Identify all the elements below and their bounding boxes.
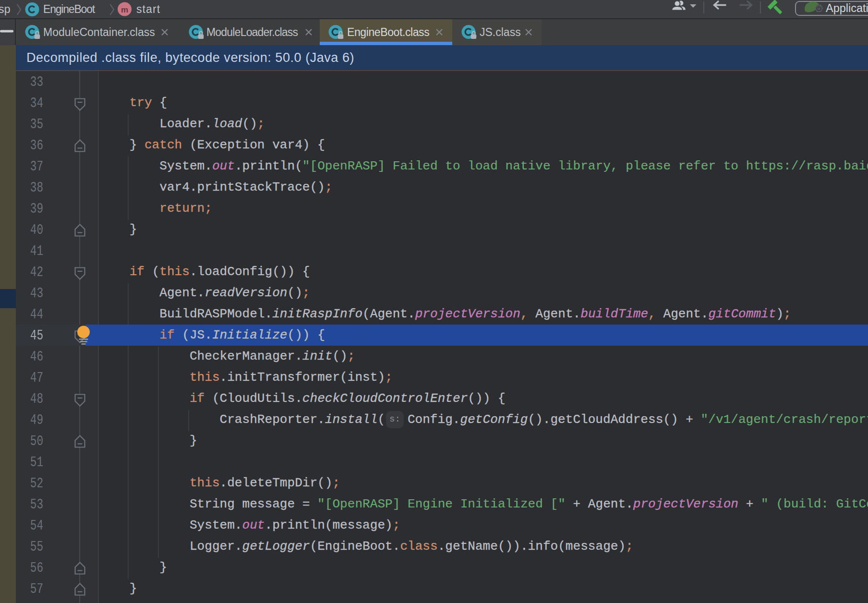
svg-text:m: m [121, 5, 128, 14]
